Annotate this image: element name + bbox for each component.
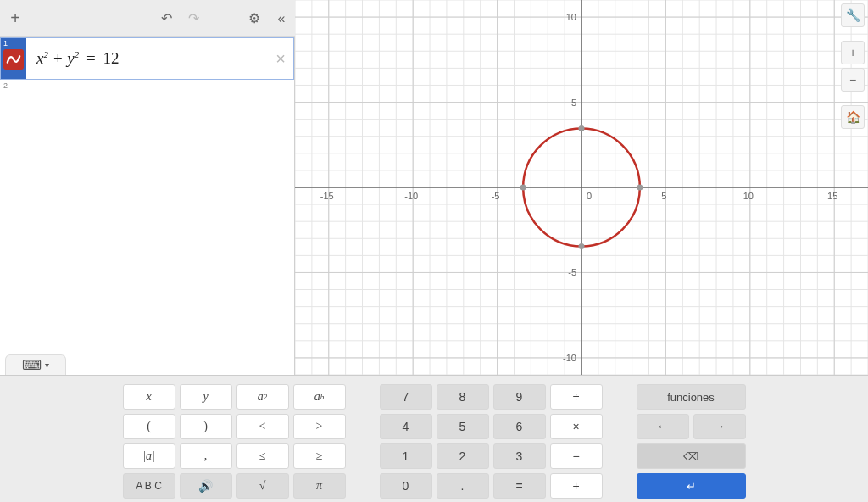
- key-[interactable]: π: [293, 473, 346, 499]
- svg-text:-10: -10: [404, 191, 418, 201]
- key-[interactable]: 🔊: [180, 473, 232, 499]
- keyboard-toggle[interactable]: ⌨ ▾: [5, 354, 66, 375]
- redo-button: ↷: [180, 5, 207, 32]
- key-0[interactable]: 0: [380, 473, 432, 499]
- virtual-keyboard: xya2ab()<>|a|,≤≥A B C🔊√π 789÷456×123−0.=…: [0, 375, 868, 502]
- key-group-functions: xya2ab()<>|a|,≤≥A B C🔊√π: [123, 384, 346, 499]
- expression-row-empty[interactable]: 2: [0, 80, 294, 103]
- key-x[interactable]: x: [123, 384, 175, 410]
- svg-text:10: 10: [743, 191, 754, 201]
- expression-formula[interactable]: x2 + y2 = 12: [26, 49, 268, 68]
- home-button[interactable]: 🏠: [841, 105, 865, 129]
- graph-canvas[interactable]: -15-10-5051015-10-5510 🔧 + − 🏠: [295, 0, 868, 375]
- key-y[interactable]: y: [180, 384, 232, 410]
- key-[interactable]: (: [123, 414, 175, 439]
- key-[interactable]: >: [293, 414, 346, 439]
- key-7[interactable]: 7: [380, 384, 432, 410]
- key-div[interactable]: ÷: [550, 384, 603, 410]
- svg-point-83: [637, 185, 643, 191]
- expression-toolbar: + ↶ ↷ ⚙ «: [0, 0, 295, 37]
- svg-point-85: [579, 126, 585, 131]
- key-arrow-left[interactable]: ←: [637, 414, 689, 439]
- key-4[interactable]: 4: [380, 414, 432, 439]
- key-abc[interactable]: A B C: [123, 473, 175, 499]
- plot-svg: -15-10-5051015-10-5510: [295, 0, 868, 375]
- expression-index: 1: [3, 39, 8, 47]
- svg-text:-15: -15: [320, 191, 334, 201]
- undo-button[interactable]: ↶: [153, 5, 180, 32]
- wrench-icon[interactable]: 🔧: [841, 3, 865, 27]
- key-mul[interactable]: ×: [550, 414, 603, 439]
- svg-text:5: 5: [571, 98, 576, 108]
- key-dot[interactable]: .: [437, 473, 489, 499]
- svg-text:-5: -5: [492, 191, 500, 201]
- key-[interactable]: ): [180, 414, 232, 439]
- key-5[interactable]: 5: [437, 414, 489, 439]
- settings-button[interactable]: ⚙: [241, 5, 268, 32]
- key-plus[interactable]: +: [550, 473, 603, 499]
- key-minus[interactable]: −: [550, 443, 603, 469]
- chevron-down-icon: ▾: [45, 360, 49, 370]
- keyboard-icon: ⌨: [22, 357, 42, 373]
- key-a[interactable]: |a|: [123, 443, 175, 469]
- key-8[interactable]: 8: [437, 384, 489, 410]
- key-1[interactable]: 1: [380, 443, 432, 469]
- key-group-numpad: 789÷456×123−0.=+: [380, 384, 603, 499]
- curve-icon[interactable]: [3, 49, 24, 70]
- svg-text:0: 0: [587, 191, 592, 201]
- key-[interactable]: <: [236, 414, 289, 439]
- key-[interactable]: ,: [180, 443, 232, 469]
- svg-text:5: 5: [661, 191, 666, 201]
- expression-index: 2: [3, 81, 8, 90]
- svg-text:-10: -10: [563, 353, 576, 363]
- key-arrow-right[interactable]: →: [693, 414, 746, 439]
- key-funciones[interactable]: funciones: [637, 384, 746, 410]
- zoom-in-button[interactable]: +: [841, 41, 865, 64]
- key-a[interactable]: a2: [236, 384, 289, 410]
- key-enter[interactable]: ↵: [637, 473, 746, 499]
- key-a[interactable]: ab: [293, 384, 346, 410]
- add-expression-button[interactable]: +: [0, 3, 31, 34]
- svg-point-86: [579, 243, 585, 249]
- expression-list: 1 x2 + y2 = 12 × 2: [0, 37, 295, 375]
- svg-text:10: 10: [566, 12, 576, 22]
- key-[interactable]: √: [236, 473, 289, 499]
- zoom-out-button[interactable]: −: [841, 68, 865, 92]
- graph-tools: 🔧 + − 🏠: [841, 3, 865, 129]
- collapse-button[interactable]: «: [268, 5, 295, 32]
- key-[interactable]: ≤: [236, 443, 289, 469]
- svg-text:15: 15: [827, 191, 837, 201]
- expression-row[interactable]: 1 x2 + y2 = 12 ×: [0, 37, 294, 80]
- svg-point-84: [520, 185, 526, 191]
- key-2[interactable]: 2: [437, 443, 489, 469]
- key-6[interactable]: 6: [493, 414, 546, 439]
- close-icon[interactable]: ×: [268, 49, 293, 69]
- key-9[interactable]: 9: [493, 384, 546, 410]
- key-[interactable]: ≥: [293, 443, 346, 469]
- key-group-nav: funciones ← → ⌫ ↵: [637, 384, 746, 499]
- svg-text:-5: -5: [568, 267, 576, 277]
- key-backspace[interactable]: ⌫: [637, 443, 746, 469]
- key-3[interactable]: 3: [493, 443, 546, 469]
- key-eq[interactable]: =: [493, 473, 546, 499]
